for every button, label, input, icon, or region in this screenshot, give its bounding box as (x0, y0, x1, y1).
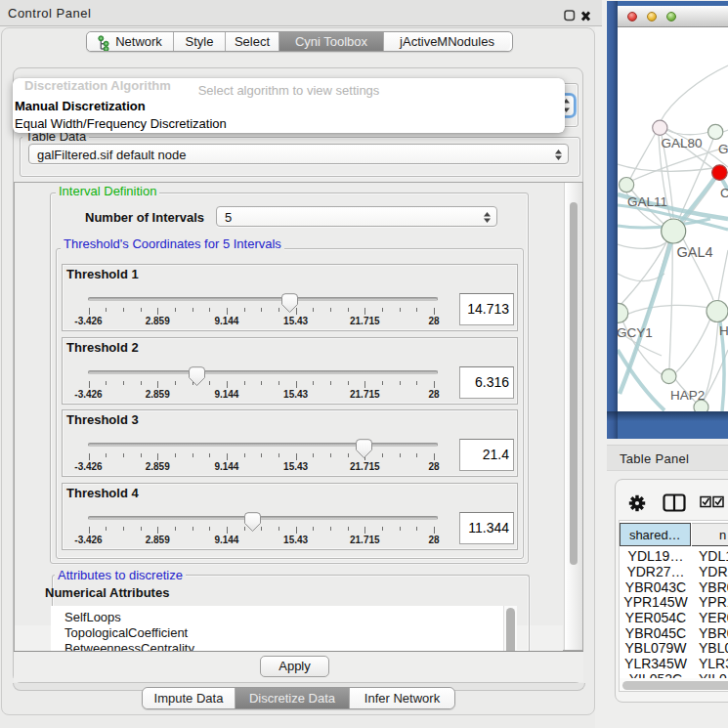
svg-text:HAP2: HAP2 (670, 388, 705, 403)
svg-text:GCY1: GCY1 (618, 325, 653, 340)
svg-text:GA: GA (718, 142, 728, 156)
svg-text:C: C (720, 186, 728, 200)
svg-text:GAL4: GAL4 (677, 244, 713, 260)
svg-text:GAL11: GAL11 (627, 194, 667, 209)
svg-text:GAL80: GAL80 (662, 136, 703, 150)
svg-text:H: H (719, 323, 728, 338)
